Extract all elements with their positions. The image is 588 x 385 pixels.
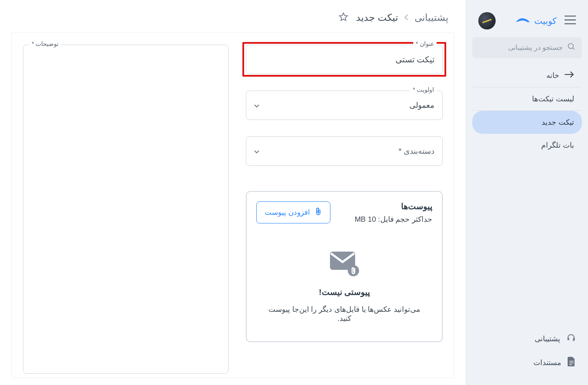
document-icon xyxy=(567,357,576,369)
svg-rect-1 xyxy=(568,338,569,340)
attachments-header: پیوست‌ها حداکثر حجم فایل: 10 MB افزودن پ… xyxy=(256,201,432,224)
svg-rect-2 xyxy=(573,338,575,340)
priority-value: معمولی xyxy=(409,100,434,110)
form-container: عنوان * اولویت * معمولی دسته‌بندی * xyxy=(11,32,454,378)
nav-home-label: خانه xyxy=(546,71,559,80)
nav-item-label: بات تلگرام xyxy=(541,141,574,150)
sidebar-header: کوبیت xyxy=(466,0,588,37)
breadcrumb-parent[interactable]: پشتیبانی xyxy=(415,12,448,23)
paperclip-icon xyxy=(314,207,322,218)
nav-tickets-list[interactable]: لیست تیکت‌ها xyxy=(472,87,582,111)
nav-telegram-bot[interactable]: بات تلگرام xyxy=(472,134,582,157)
avatar[interactable] xyxy=(478,12,496,29)
description-textarea[interactable] xyxy=(23,45,229,374)
attachments-hint: می‌توانید عکس‌ها یا فایل‌های دیگر را این… xyxy=(261,305,428,323)
title-label: عنوان * xyxy=(413,40,437,47)
star-icon[interactable] xyxy=(339,12,348,23)
form-left-column: توضیحات * xyxy=(12,45,229,378)
headset-icon xyxy=(566,333,576,345)
add-attachment-button[interactable]: افزودن پیوست xyxy=(256,201,330,223)
breadcrumb: پشتیبانی تیکت جدید xyxy=(0,0,466,32)
priority-label: اولویت * xyxy=(410,86,437,93)
chevron-left-icon xyxy=(404,13,408,23)
footer-support-label: پشتیبانی xyxy=(535,334,560,343)
priority-select[interactable]: معمولی xyxy=(246,91,443,120)
chevron-down-icon xyxy=(254,146,259,156)
breadcrumb-current: تیکت جدید xyxy=(356,12,398,23)
attachments-maxsize: حداکثر حجم فایل: 10 MB xyxy=(355,215,432,224)
footer-docs[interactable]: مستندات xyxy=(472,351,582,375)
main-content: پشتیبانی تیکت جدید عنوان * اولویت * xyxy=(0,0,466,385)
attachments-empty: پیوستی نیست! xyxy=(261,287,428,297)
svg-point-0 xyxy=(568,44,574,49)
attachments-title: پیوست‌ها xyxy=(355,201,432,211)
brand-name: کوبیت xyxy=(534,16,557,26)
category-field-wrap: دسته‌بندی * xyxy=(246,136,443,166)
menu-icon[interactable] xyxy=(565,16,576,26)
category-select[interactable]: دسته‌بندی * xyxy=(246,136,443,166)
arrow-right-icon xyxy=(565,71,574,80)
nav-list: خانه لیست تیکت‌ها تیکت جدید بات تلگرام xyxy=(466,64,588,324)
attachments-body[interactable]: پیوستی نیست! می‌توانید عکس‌ها یا فایل‌ها… xyxy=(256,224,432,332)
footer-docs-label: مستندات xyxy=(533,358,561,367)
search-icon xyxy=(567,42,576,53)
brand-logo-icon xyxy=(515,16,531,26)
description-label: توضیحات * xyxy=(29,40,61,47)
title-input[interactable] xyxy=(246,45,443,74)
nav-home[interactable]: خانه xyxy=(472,64,582,87)
search-input[interactable] xyxy=(476,44,563,52)
form-right-column: عنوان * اولویت * معمولی دسته‌بندی * xyxy=(246,45,454,378)
chevron-down-icon xyxy=(254,100,259,110)
mail-attachment-icon xyxy=(328,250,360,279)
sidebar-footer: پشتیبانی مستندات xyxy=(466,324,588,385)
footer-support[interactable]: پشتیبانی xyxy=(472,327,582,351)
nav-item-label: تیکت جدید xyxy=(542,118,574,127)
sidebar: کوبیت خانه لیست تیکت‌ها xyxy=(466,0,588,385)
brand[interactable]: کوبیت xyxy=(515,16,557,26)
description-field-wrap: توضیحات * xyxy=(23,45,229,375)
nav-item-label: لیست تیکت‌ها xyxy=(532,94,574,104)
priority-field-wrap: اولویت * معمولی xyxy=(246,91,443,120)
nav-new-ticket[interactable]: تیکت جدید xyxy=(472,111,582,134)
add-attachment-label: افزودن پیوست xyxy=(265,208,310,217)
attachments-card: پیوست‌ها حداکثر حجم فایل: 10 MB افزودن پ… xyxy=(246,191,443,342)
title-field-wrap: عنوان * xyxy=(246,45,443,74)
category-label: دسته‌بندی * xyxy=(399,146,434,156)
search-box[interactable] xyxy=(472,37,582,58)
